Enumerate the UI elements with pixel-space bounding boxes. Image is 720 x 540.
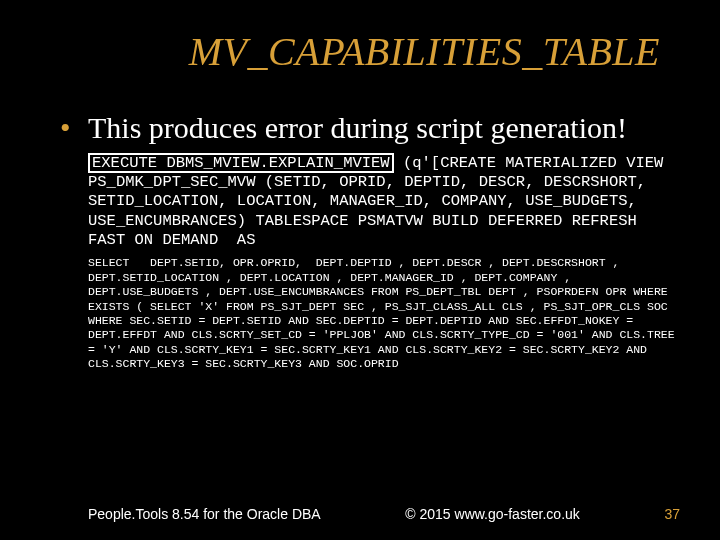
code-block-main: EXECUTE DBMS_MVIEW.EXPLAIN_MVIEW (q'[CRE… [88, 153, 680, 251]
page-title: MV_CAPABILITIES_TABLE [0, 0, 720, 75]
footer-center: © 2015 www.go-faster.co.uk [321, 506, 665, 522]
bullet-list: This produces error during script genera… [0, 109, 720, 147]
highlighted-command: EXECUTE DBMS_MVIEW.EXPLAIN_MVIEW [88, 153, 394, 173]
bullet-item: This produces error during script genera… [88, 109, 660, 147]
footer: People.Tools 8.54 for the Oracle DBA © 2… [0, 506, 720, 522]
slide: MV_CAPABILITIES_TABLE This produces erro… [0, 0, 720, 540]
page-number: 37 [664, 506, 680, 522]
code-block-select: SELECT DEPT.SETID, OPR.OPRID, DEPT.DEPTI… [88, 256, 680, 371]
footer-left: People.Tools 8.54 for the Oracle DBA [88, 506, 321, 522]
